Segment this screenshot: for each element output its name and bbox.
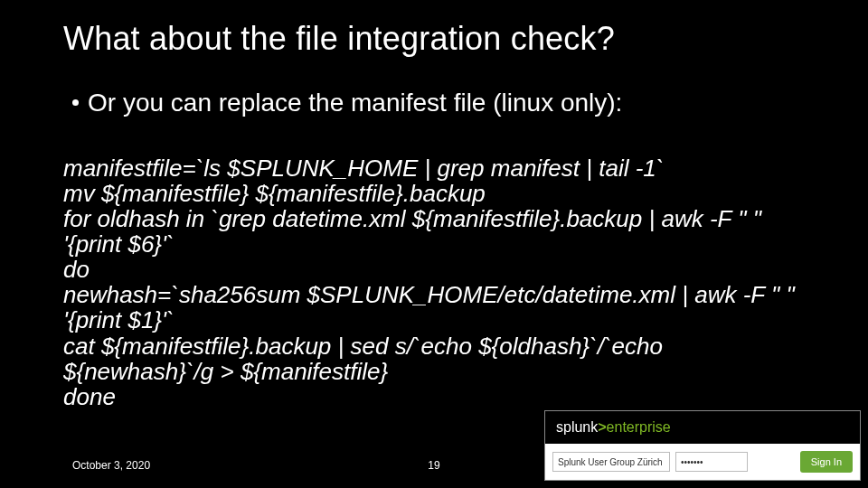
chevron-right-icon: >	[598, 419, 606, 435]
bullet-dot-icon	[72, 99, 79, 106]
password-field[interactable]	[675, 452, 748, 472]
code-line: newhash=`sha256sum $SPLUNK_HOME/etc/date…	[63, 282, 805, 333]
code-line: do	[63, 257, 805, 282]
splunk-logo: splunk>enterprise	[556, 419, 671, 436]
code-line: mv ${manifestfile} ${manifestfile}.backu…	[63, 181, 805, 206]
login-form: Sign In	[545, 444, 860, 480]
code-line: manifestfile=`ls $SPLUNK_HOME | grep man…	[63, 155, 805, 181]
code-line: cat ${manifestfile}.backup | sed s/`echo…	[63, 333, 805, 384]
logo-text: splunk	[556, 419, 598, 435]
username-field[interactable]	[552, 452, 670, 472]
code-block: manifestfile=`ls $SPLUNK_HOME | grep man…	[63, 155, 805, 409]
bullet-text: Or you can replace the manifest file (li…	[88, 89, 622, 117]
logo-enterprise-text: enterprise	[607, 419, 671, 435]
code-line: for oldhash in `grep datetime.xml ${mani…	[63, 206, 805, 257]
bullet-line: Or you can replace the manifest file (li…	[72, 89, 622, 117]
sign-in-button[interactable]: Sign In	[800, 451, 853, 473]
slide-title: What about the file integration check?	[63, 20, 615, 58]
footer-page-number: 19	[428, 459, 439, 472]
splunk-login-widget: splunk>enterprise Sign In	[544, 410, 861, 481]
code-line: done	[63, 384, 805, 409]
splunk-logo-bar: splunk>enterprise	[545, 411, 860, 444]
footer-date: October 3, 2020	[72, 459, 150, 472]
